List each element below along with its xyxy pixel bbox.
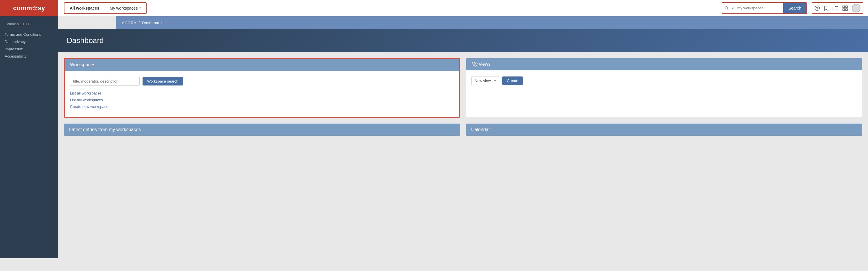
svg-rect-7 bbox=[846, 9, 847, 10]
calendar-panel: Calendar bbox=[466, 124, 862, 136]
breadcrumb-separator: / bbox=[138, 20, 140, 25]
svg-rect-4 bbox=[843, 6, 844, 7]
create-view-button[interactable]: Create bbox=[502, 77, 523, 85]
header-icons: ? bbox=[812, 2, 863, 14]
sidebar-version: CommSy 10.0.13 bbox=[0, 22, 58, 31]
workspaces-panel-body: Workspace search List all workspaces Lis… bbox=[65, 71, 459, 117]
folder-icon[interactable] bbox=[833, 6, 838, 10]
main-layout: CommSy 10.0.13 Terms and Conditions Data… bbox=[0, 16, 868, 258]
list-all-workspaces-link[interactable]: List all workspaces bbox=[70, 91, 454, 96]
workspace-search-button[interactable]: Workspace search bbox=[143, 77, 183, 85]
svg-rect-6 bbox=[843, 9, 844, 10]
header-search-button[interactable]: Search bbox=[783, 2, 806, 14]
bottom-row: Latest entries from my workspaces Calend… bbox=[58, 124, 868, 142]
dashboard-header: Dashboard bbox=[58, 29, 868, 52]
breadcrumb-parent[interactable]: AGORA bbox=[122, 21, 136, 25]
svg-text:?: ? bbox=[816, 6, 818, 10]
chevron-down-icon: ▾ bbox=[140, 6, 141, 9]
sidebar-item-privacy[interactable]: Data privacy bbox=[0, 38, 58, 45]
breadcrumb: AGORA / Dashboard bbox=[116, 16, 868, 29]
content-grid: Workspaces Workspace search List all wor… bbox=[58, 58, 868, 124]
views-row: New view Create bbox=[471, 76, 857, 85]
svg-line-1 bbox=[727, 9, 728, 10]
new-view-select[interactable]: New view bbox=[471, 76, 499, 85]
main-content: AGORA / Dashboard Dashboard Workspaces W… bbox=[58, 16, 868, 258]
sidebar-item-terms[interactable]: Terms and Conditions bbox=[0, 31, 58, 38]
nav-all-workspaces[interactable]: All workspaces bbox=[64, 2, 104, 14]
my-views-panel-body: New view Create bbox=[466, 71, 862, 91]
workspaces-panel: Workspaces Workspace search List all wor… bbox=[64, 58, 460, 118]
bookmark-icon[interactable] bbox=[824, 5, 829, 11]
list-my-workspaces-link[interactable]: List my workspaces bbox=[70, 98, 454, 102]
my-views-panel-header: My views bbox=[466, 58, 862, 71]
page-title: Dashboard bbox=[67, 36, 859, 45]
help-icon[interactable]: ? bbox=[814, 5, 820, 11]
nav-tabs: All workspaces My workspaces ▾ bbox=[64, 2, 147, 14]
header-search-area: Search bbox=[722, 2, 807, 14]
logo-area: comm☆sy bbox=[0, 0, 58, 16]
sidebar-item-accessability[interactable]: Accessability bbox=[0, 53, 58, 60]
workspaces-panel-header: Workspaces bbox=[65, 59, 459, 71]
workspace-search-input[interactable] bbox=[70, 77, 140, 86]
sidebar: CommSy 10.0.13 Terms and Conditions Data… bbox=[0, 16, 58, 258]
logo: comm☆sy bbox=[13, 4, 45, 12]
grid-icon[interactable] bbox=[842, 5, 848, 11]
header: comm☆sy All workspaces My workspaces ▾ S… bbox=[0, 0, 868, 16]
search-icon bbox=[722, 6, 731, 10]
workspace-search-row: Workspace search bbox=[70, 77, 454, 86]
latest-entries-panel: Latest entries from my workspaces bbox=[64, 124, 460, 136]
avatar[interactable] bbox=[852, 4, 861, 12]
nav-my-workspaces[interactable]: My workspaces ▾ bbox=[104, 2, 146, 14]
create-new-workspace-link[interactable]: Create new workspace bbox=[70, 104, 454, 109]
my-views-panel: My views New view Create bbox=[466, 58, 862, 118]
svg-rect-5 bbox=[846, 6, 847, 7]
header-search-input[interactable] bbox=[731, 3, 783, 13]
breadcrumb-current: Dashboard bbox=[142, 21, 162, 25]
sidebar-item-impressum[interactable]: Impressum bbox=[0, 45, 58, 53]
